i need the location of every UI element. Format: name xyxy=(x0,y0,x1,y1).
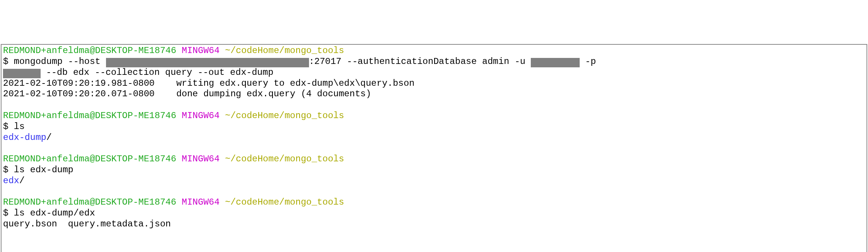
output-line: 2021-02-10T09:20:20.071-0800 done dumpin… xyxy=(3,89,865,100)
terminal-text: ls xyxy=(14,121,25,132)
prompt-line: REDMOND+anfeldma@DESKTOP-ME18746 MINGW64… xyxy=(3,111,865,121)
cwd-path: ~/codeHome/mongo_tools xyxy=(225,154,344,164)
redacted-block xyxy=(531,58,580,67)
terminal-text: mongodump --host xyxy=(14,56,106,67)
terminal-window[interactable]: REDMOND+anfeldma@DESKTOP-ME18746 MINGW64… xyxy=(1,44,867,252)
output-line: edx/ xyxy=(3,176,865,187)
command-line[interactable]: $ ls edx-dump/edx xyxy=(3,208,865,219)
blank-line xyxy=(3,100,865,111)
directory-name: edx xyxy=(3,176,19,186)
terminal-text: --db edx --collection query --out edx-du… xyxy=(41,67,273,77)
redacted-block xyxy=(106,58,309,67)
output-line: edx-dump/ xyxy=(3,132,865,143)
terminal-text: ls edx-dump xyxy=(14,165,73,175)
shell-type: MINGW64 xyxy=(182,111,220,121)
terminal-text: / xyxy=(46,132,52,143)
blank-line xyxy=(3,143,865,154)
shell-type: MINGW64 xyxy=(182,46,220,56)
terminal-text: -p xyxy=(580,56,596,67)
shell-type: MINGW64 xyxy=(182,154,220,164)
terminal-text: :27017 --authenticationDatabase admin -u xyxy=(309,56,531,67)
prompt-line: REDMOND+anfeldma@DESKTOP-ME18746 MINGW64… xyxy=(3,46,865,56)
prompt-symbol: $ xyxy=(3,56,14,67)
cwd-path: ~/codeHome/mongo_tools xyxy=(225,111,344,121)
command-line[interactable]: $ ls edx-dump xyxy=(3,165,865,176)
directory-name: edx-dump xyxy=(3,132,46,143)
shell-type: MINGW64 xyxy=(182,197,220,207)
command-line[interactable]: $ mongodump --host :27017 --authenticati… xyxy=(3,56,865,78)
terminal-text: 2021-02-10T09:20:19.981-0800 writing edx… xyxy=(3,78,415,88)
user-host: REDMOND+anfeldma@DESKTOP-ME18746 xyxy=(3,46,176,56)
prompt-symbol: $ xyxy=(3,165,14,175)
terminal-text: ls edx-dump/edx xyxy=(14,208,95,218)
terminal-text: / xyxy=(19,176,24,186)
output-line: 2021-02-10T09:20:19.981-0800 writing edx… xyxy=(3,78,865,89)
blank-line xyxy=(3,187,865,197)
user-host: REDMOND+anfeldma@DESKTOP-ME18746 xyxy=(3,197,176,207)
command-line[interactable]: $ ls xyxy=(3,121,865,132)
terminal-text: query.bson query.metadata.json xyxy=(3,219,171,229)
user-host: REDMOND+anfeldma@DESKTOP-ME18746 xyxy=(3,154,176,164)
redacted-block xyxy=(3,69,41,78)
prompt-symbol: $ xyxy=(3,208,14,218)
prompt-symbol: $ xyxy=(3,121,14,132)
terminal-text: 2021-02-10T09:20:20.071-0800 done dumpin… xyxy=(3,89,371,99)
cwd-path: ~/codeHome/mongo_tools xyxy=(225,197,344,207)
cwd-path: ~/codeHome/mongo_tools xyxy=(225,46,344,56)
prompt-line: REDMOND+anfeldma@DESKTOP-ME18746 MINGW64… xyxy=(3,154,865,165)
output-line: query.bson query.metadata.json xyxy=(3,219,865,230)
prompt-line: REDMOND+anfeldma@DESKTOP-ME18746 MINGW64… xyxy=(3,197,865,208)
user-host: REDMOND+anfeldma@DESKTOP-ME18746 xyxy=(3,111,176,121)
